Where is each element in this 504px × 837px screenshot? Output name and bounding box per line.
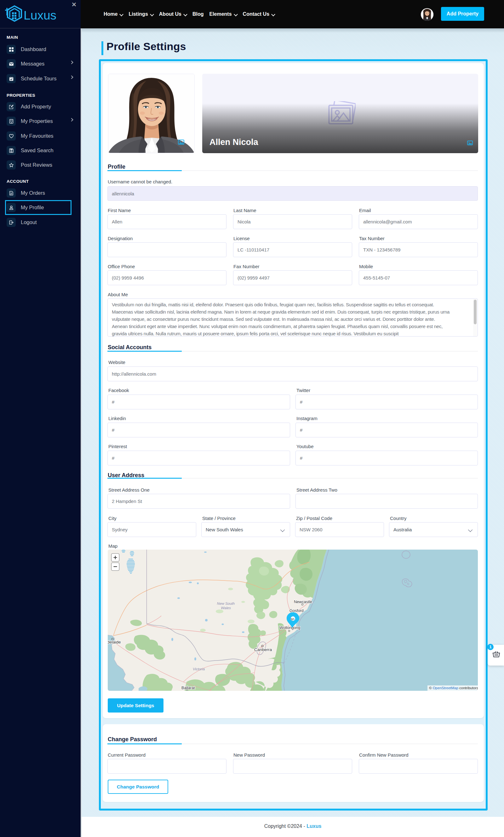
svg-text:Canberra: Canberra xyxy=(254,647,272,652)
svg-text:Wollongong: Wollongong xyxy=(280,626,300,630)
svg-text:Ballarat: Ballarat xyxy=(181,686,195,690)
svg-text:Victoria: Victoria xyxy=(193,667,205,671)
svg-text:delaide: delaide xyxy=(108,640,121,644)
svg-text:© OpenStreetMap contributors: © OpenStreetMap contributors xyxy=(429,686,478,690)
svg-text:Gosford: Gosford xyxy=(289,608,304,613)
svg-text:Wales: Wales xyxy=(221,606,231,610)
svg-text:Newcastle: Newcastle xyxy=(294,600,312,604)
svg-text:New South: New South xyxy=(217,602,235,605)
